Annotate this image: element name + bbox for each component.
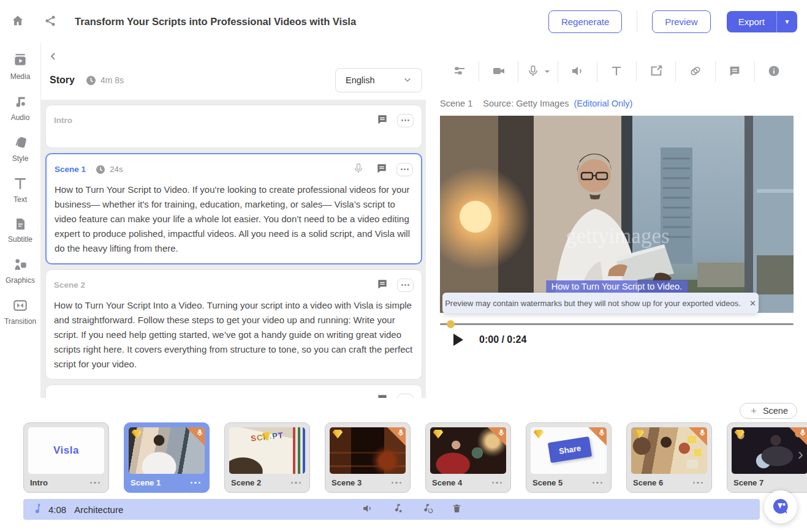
comment-button[interactable] xyxy=(374,275,391,294)
sidebar-item-text[interactable]: Text xyxy=(12,176,28,204)
editorial-only-link[interactable]: (Editorial Only) xyxy=(574,99,632,108)
replace-media-button[interactable] xyxy=(637,62,675,82)
info-button[interactable] xyxy=(755,62,794,81)
script-card-scene-3-partial[interactable] xyxy=(45,384,422,398)
microphone-button[interactable] xyxy=(518,62,557,82)
style-icon xyxy=(12,135,28,152)
comment-icon xyxy=(376,278,388,292)
text-button[interactable] xyxy=(597,61,636,83)
comment-icon xyxy=(376,393,388,398)
plus-icon: ＋ xyxy=(749,406,759,416)
thumbnail-more-button[interactable] xyxy=(590,479,605,487)
sidebar-item-audio[interactable]: Audio xyxy=(11,94,30,122)
sidebar-label: Transition xyxy=(4,317,36,326)
thumbnail-more-button[interactable] xyxy=(289,479,304,487)
scene-label: Scene 2 xyxy=(54,280,85,290)
sidebar-item-subtitle[interactable]: Subtitle xyxy=(8,217,32,244)
collapse-panel-button[interactable] xyxy=(46,49,61,66)
music-volume-button[interactable] xyxy=(362,503,373,516)
script-card-intro[interactable]: Intro xyxy=(45,105,422,148)
thumbnail-more-button[interactable] xyxy=(691,479,706,487)
sidebar-item-media[interactable]: Media xyxy=(10,53,31,81)
scene-label: Intro xyxy=(54,116,72,125)
comment-button[interactable] xyxy=(716,62,754,82)
music-track-bar[interactable]: 4:08 Architecture xyxy=(23,499,760,520)
scene-script-text[interactable]: How to Turn Your Script Into a Video. Tu… xyxy=(54,298,414,372)
voiceover-button[interactable] xyxy=(350,160,367,179)
sidebar-item-graphics[interactable]: Graphics xyxy=(6,257,35,285)
more-options-button[interactable] xyxy=(396,163,413,176)
language-select[interactable]: English xyxy=(335,68,422,92)
sidebar-label: Text xyxy=(13,195,27,204)
preview-button[interactable]: Preview xyxy=(652,10,710,33)
scene-label: Scene 1 xyxy=(55,165,86,174)
chevron-down-icon: ▼ xyxy=(784,18,790,25)
thumbnail-intro[interactable]: Visla Intro xyxy=(23,422,109,493)
video-preview[interactable]: gettyimages How to Turn Your Script to V… xyxy=(440,116,794,313)
sidebar-label: Style xyxy=(12,154,29,163)
regenerate-button[interactable]: Regenerate xyxy=(548,10,622,33)
thumbnail-label: Scene 5 xyxy=(532,478,563,487)
timeline-section: ＋ Scene Visla Intro Scene 1 xyxy=(0,398,807,532)
adjust-button[interactable] xyxy=(440,61,479,83)
music-delete-button[interactable] xyxy=(452,503,462,516)
script-card-scene-2[interactable]: Scene 2 How to Turn Your Script Into a V… xyxy=(45,269,422,380)
link-button[interactable] xyxy=(676,61,714,83)
comment-button[interactable] xyxy=(374,111,391,130)
sidebar-item-style[interactable]: Style xyxy=(12,135,29,163)
visla-app: Transform Your Scripts into Professional… xyxy=(0,0,807,532)
close-notice-button[interactable]: ✕ xyxy=(749,299,756,308)
thumbnail-image: Share xyxy=(531,427,607,474)
thumbnail-more-button[interactable] xyxy=(389,479,404,487)
story-duration: 4m 8s xyxy=(100,75,124,85)
add-scene-label: Scene xyxy=(763,406,788,416)
scroll-thumbnails-right-button[interactable]: › xyxy=(798,446,803,463)
thumbnail-image xyxy=(732,427,807,474)
comment-button[interactable] xyxy=(373,160,390,179)
add-scene-button[interactable]: ＋ Scene xyxy=(740,403,797,419)
more-options-button[interactable] xyxy=(397,279,414,292)
voiceover-badge xyxy=(588,427,607,446)
playback-progress-bar[interactable] xyxy=(440,320,794,328)
sidebar-item-transition[interactable]: Transition xyxy=(4,298,36,326)
adjust-sliders-icon xyxy=(452,64,467,80)
play-button[interactable] xyxy=(453,334,463,346)
thumbnail-image xyxy=(330,427,406,474)
music-favorite-button[interactable] xyxy=(392,503,403,516)
microphone-icon xyxy=(352,162,365,176)
camera-button[interactable] xyxy=(479,61,518,83)
export-dropdown-button[interactable]: ▼ xyxy=(776,11,797,32)
header-divider xyxy=(637,10,637,32)
thumbnail-scene-5[interactable]: Share Scene 5 xyxy=(526,422,612,493)
thumbnail-scene-2[interactable]: SCRIPT Scene 2 xyxy=(224,422,310,493)
thumbnail-image xyxy=(129,427,205,474)
thumbnail-more-button[interactable] xyxy=(188,479,203,487)
more-options-button[interactable] xyxy=(397,114,414,127)
home-button[interactable] xyxy=(9,12,27,32)
thumbnail-more-button[interactable] xyxy=(490,479,505,487)
project-title: Transform Your Scripts into Professional… xyxy=(75,16,356,28)
thumbnail-scene-3[interactable]: Scene 3 xyxy=(325,422,411,493)
more-options-button[interactable] xyxy=(397,394,414,399)
story-panel: Story 4m 8s English Intro xyxy=(41,43,426,398)
visla-assistant-button[interactable] xyxy=(764,490,797,523)
share-button[interactable] xyxy=(42,12,59,31)
music-star-icon xyxy=(392,503,403,516)
thumbnail-more-button[interactable] xyxy=(88,479,103,487)
thumbnail-scene-4[interactable]: Scene 4 xyxy=(425,422,511,493)
comment-button[interactable] xyxy=(374,391,391,398)
share-icon xyxy=(44,15,56,29)
thumbnail-scene-1[interactable]: Scene 1 xyxy=(124,422,210,493)
music-replace-button[interactable] xyxy=(422,503,433,516)
thumbnail-scene-6[interactable]: Scene 6 xyxy=(626,422,712,493)
volume-button[interactable] xyxy=(558,61,597,83)
comment-icon xyxy=(376,113,388,127)
export-button[interactable]: Export xyxy=(727,11,776,32)
premium-gem-icon xyxy=(132,430,142,441)
thumbnail-label: Scene 4 xyxy=(432,478,462,487)
script-card-scene-1[interactable]: Scene 1 24s How to Turn Your Script to V… xyxy=(45,153,422,264)
scene-script-list: Intro Scene 1 24s xyxy=(41,100,426,398)
progress-handle[interactable] xyxy=(447,320,455,328)
scene-script-text[interactable]: How to Turn Your Script to Video. If you… xyxy=(55,182,413,256)
thumbnail-scene-7[interactable]: Scene 7 xyxy=(727,422,807,493)
